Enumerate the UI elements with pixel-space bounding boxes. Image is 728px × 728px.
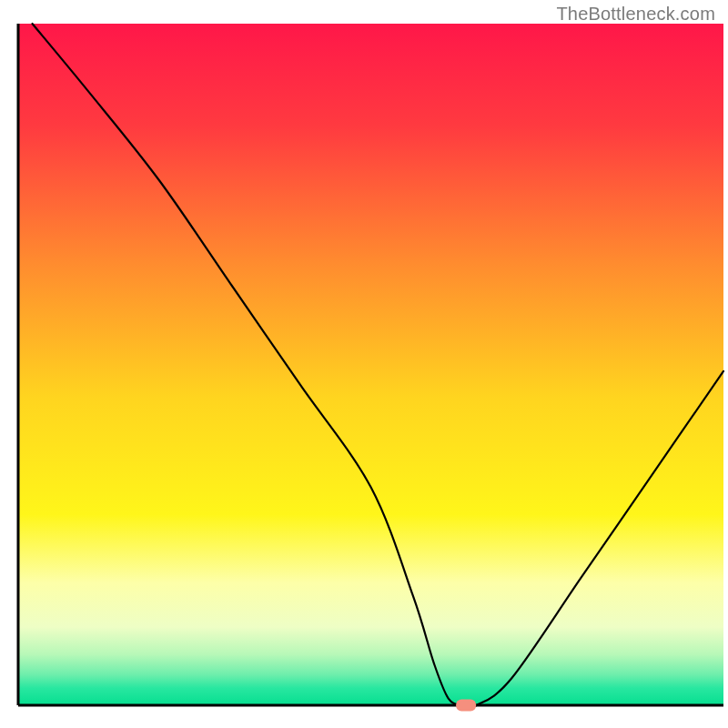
chart-container: TheBottleneck.com	[0, 0, 728, 728]
bottleneck-chart	[0, 0, 728, 728]
plot-background	[18, 24, 723, 705]
optimal-point-marker	[456, 700, 476, 712]
watermark-text: TheBottleneck.com	[556, 4, 715, 25]
